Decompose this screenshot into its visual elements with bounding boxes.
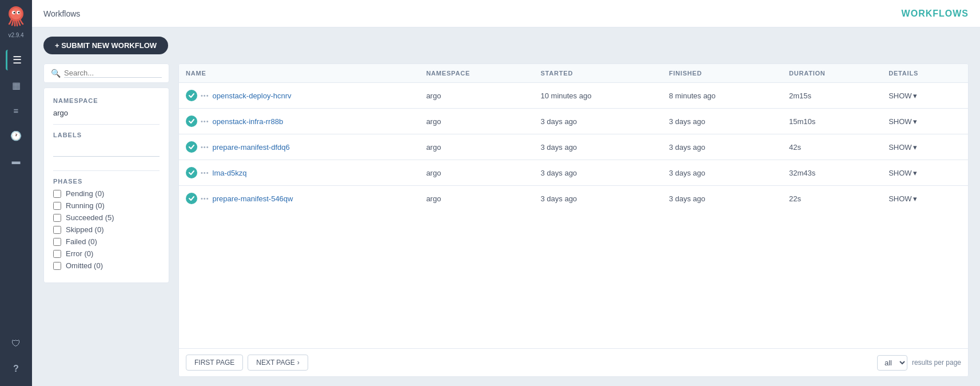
- workflow-name-cell-2: ••• openstack-infra-rr88b: [179, 109, 419, 134]
- table-row: ••• lma-d5kzq argo3 days ago3 days ago32…: [179, 160, 968, 186]
- table-row: ••• openstack-infra-rr88b argo3 days ago…: [179, 109, 968, 134]
- workflow-name-cell-5: ••• prepare-manifest-546qw: [179, 186, 419, 212]
- table-header: NAMENAMESPACESTARTEDFINISHEDDURATIONDETA…: [179, 64, 968, 83]
- phase-label-pending: Pending (0): [66, 189, 104, 198]
- duration-cell: 22s: [782, 186, 882, 212]
- per-page-select[interactable]: all102050: [877, 355, 907, 371]
- namespace-cell: argo: [419, 160, 533, 186]
- svg-point-1: [10, 8, 22, 19]
- results-per-page-label: results per page: [912, 359, 961, 367]
- status-cell: ••• prepare-manifest-546qw: [186, 193, 412, 204]
- phase-item-succeeded: Succeeded (5): [53, 213, 160, 222]
- submit-new-workflow-button[interactable]: + SUBMIT NEW WORKFLOW: [43, 37, 168, 54]
- started-cell: 3 days ago: [533, 134, 662, 160]
- workflow-name[interactable]: lma-d5kzq: [213, 169, 247, 177]
- svg-point-4: [14, 12, 15, 14]
- duration-cell: 42s: [782, 134, 882, 160]
- workflow-name[interactable]: openstack-deploy-hcnrv: [213, 91, 292, 100]
- show-details-button[interactable]: SHOW ▾: [889, 194, 917, 203]
- phase-item-error: Error (0): [53, 249, 160, 258]
- help-icon: ?: [13, 364, 19, 374]
- shield-icon: 🛡: [11, 339, 21, 349]
- table-header-row: NAMENAMESPACESTARTEDFINISHEDDURATIONDETA…: [179, 64, 968, 83]
- sidebar: v2.9.4 ☰ ▦ ≡ 🕐 ▬ 🛡 ?: [0, 0, 32, 386]
- status-icon-succeeded: [186, 193, 197, 204]
- workflow-name[interactable]: prepare-manifest-dfdq6: [213, 143, 290, 152]
- sidebar-item-storage[interactable]: ▬: [6, 150, 26, 171]
- table-panel: NAMENAMESPACESTARTEDFINISHEDDURATIONDETA…: [178, 63, 969, 377]
- sidebar-item-security[interactable]: 🛡: [6, 333, 26, 354]
- page-title-small: Workflows: [43, 9, 80, 18]
- filter-divider-1: [53, 124, 160, 125]
- details-cell: SHOW ▾: [882, 109, 968, 134]
- phase-checkbox-failed[interactable]: [53, 238, 61, 246]
- first-page-button[interactable]: FIRST PAGE: [186, 355, 243, 371]
- duration-cell: 32m43s: [782, 160, 882, 186]
- table-body: ••• openstack-deploy-hcnrv argo10 minute…: [179, 83, 968, 212]
- started-cell: 10 minutes ago: [533, 83, 662, 109]
- phase-label-error: Error (0): [66, 249, 93, 258]
- phase-checkbox-error[interactable]: [53, 250, 61, 258]
- pagination-buttons: FIRST PAGE NEXT PAGE ›: [186, 355, 308, 371]
- top-header: Workflows WORKFLOWS: [32, 0, 980, 27]
- status-cell: ••• lma-d5kzq: [186, 167, 412, 178]
- show-details-button[interactable]: SHOW ▾: [889, 169, 917, 177]
- phase-item-skipped: Skipped (0): [53, 225, 160, 234]
- phase-checkbox-running[interactable]: [53, 202, 61, 210]
- chevron-right-icon: ›: [297, 359, 300, 367]
- phases-section-title: PHASES: [53, 178, 160, 185]
- namespace-cell: argo: [419, 186, 533, 212]
- status-icon-succeeded: [186, 141, 197, 153]
- finished-cell: 8 minutes ago: [662, 83, 782, 109]
- workflow-name-cell-1: ••• openstack-deploy-hcnrv: [179, 83, 419, 109]
- finished-cell: 3 days ago: [662, 160, 782, 186]
- svg-point-5: [18, 12, 20, 14]
- filter-panel: 🔍 NAMESPACE argo LABELS PHASES Pending: [43, 63, 169, 377]
- status-dots: •••: [201, 144, 209, 150]
- status-dots: •••: [201, 118, 209, 125]
- clock-icon: 🕐: [10, 130, 22, 141]
- phase-checkbox-omitted[interactable]: [53, 262, 61, 270]
- show-details-button[interactable]: SHOW ▾: [889, 143, 917, 152]
- table-wrapper: NAMENAMESPACESTARTEDFINISHEDDURATIONDETA…: [178, 63, 969, 377]
- status-dots: •••: [201, 92, 209, 99]
- table-row: ••• prepare-manifest-546qw argo3 days ag…: [179, 186, 968, 212]
- workflow-name[interactable]: openstack-infra-rr88b: [213, 117, 284, 126]
- finished-cell: 3 days ago: [662, 109, 782, 134]
- filter-card: NAMESPACE argo LABELS PHASES Pending (0)…: [43, 87, 169, 283]
- search-input[interactable]: [64, 69, 162, 78]
- workflow-name-cell-3: ••• prepare-manifest-dfdq6: [179, 134, 419, 160]
- status-cell: ••• prepare-manifest-dfdq6: [186, 141, 412, 153]
- status-icon-succeeded: [186, 90, 197, 101]
- table-row: ••• openstack-deploy-hcnrv argo10 minute…: [179, 83, 968, 109]
- phase-checkbox-pending[interactable]: [53, 190, 61, 198]
- col-header-finished: FINISHED: [662, 64, 782, 83]
- show-details-button[interactable]: SHOW ▾: [889, 91, 917, 100]
- next-page-button[interactable]: NEXT PAGE ›: [248, 355, 308, 371]
- namespace-section-title: NAMESPACE: [53, 97, 160, 104]
- content-area: + SUBMIT NEW WORKFLOW 🔍 NAMESPACE argo L…: [32, 27, 980, 386]
- details-cell: SHOW ▾: [882, 160, 968, 186]
- sidebar-item-help[interactable]: ?: [6, 359, 26, 379]
- status-dots: •••: [201, 195, 209, 202]
- workflow-name[interactable]: prepare-manifest-546qw: [213, 194, 293, 203]
- sidebar-item-menu[interactable]: ☰: [6, 50, 26, 70]
- details-cell: SHOW ▾: [882, 186, 968, 212]
- logs-icon: ≡: [14, 106, 19, 116]
- phase-label-running: Running (0): [66, 201, 105, 210]
- namespace-cell: argo: [419, 134, 533, 160]
- sidebar-item-clock[interactable]: 🕐: [6, 125, 26, 146]
- chevron-down-icon: ▾: [913, 143, 917, 152]
- chevron-down-icon: ▾: [913, 117, 917, 126]
- status-cell: ••• openstack-deploy-hcnrv: [186, 90, 412, 101]
- phase-checkbox-skipped[interactable]: [53, 226, 61, 234]
- sidebar-item-logs[interactable]: ≡: [6, 100, 26, 121]
- labels-input[interactable]: [53, 143, 160, 157]
- per-page-area: all102050 results per page: [877, 355, 961, 371]
- chevron-down-icon: ▾: [913, 91, 917, 100]
- sidebar-item-dashboard[interactable]: ▦: [6, 75, 26, 95]
- phase-label-omitted: Omitted (0): [66, 261, 103, 270]
- show-details-button[interactable]: SHOW ▾: [889, 117, 917, 126]
- started-cell: 3 days ago: [533, 109, 662, 134]
- phase-checkbox-succeeded[interactable]: [53, 214, 61, 222]
